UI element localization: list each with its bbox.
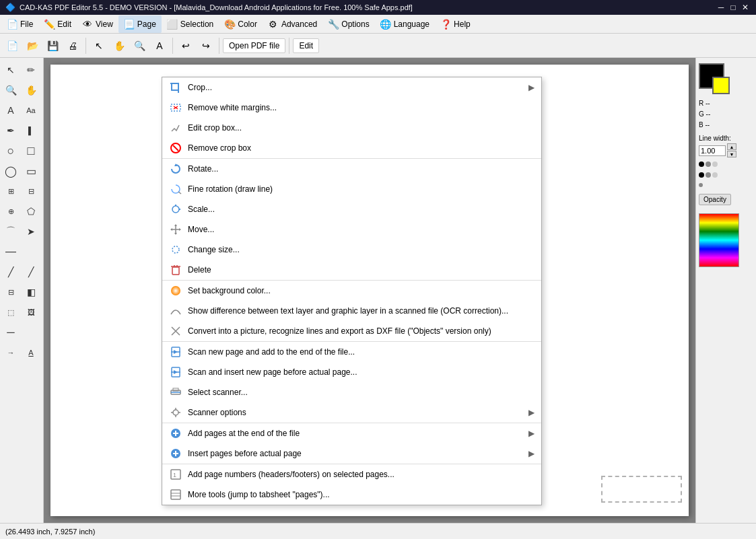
eraser-tool[interactable]: ⊟ <box>1 283 20 301</box>
arrow2-tool[interactable]: → <box>1 343 20 362</box>
maximize-button[interactable]: □ <box>728 2 738 13</box>
underline-tool[interactable]: A <box>22 343 40 362</box>
ellipse2-tool[interactable]: ◯ <box>1 161 20 180</box>
menu-view[interactable]: 👁 View <box>77 15 118 33</box>
text2-tool[interactable]: Aa <box>22 101 40 120</box>
line-dot-5[interactable] <box>706 172 711 178</box>
menu-edit[interactable]: ✏️ Edit <box>38 15 77 33</box>
menu-item-more-tools[interactable]: More tools (jump to tabsheet "pages")... <box>162 484 541 505</box>
pen-tool[interactable]: ✒ <box>1 121 20 140</box>
menu-item-set-bg-color[interactable]: Set background color... <box>162 281 541 301</box>
text-button[interactable]: A <box>150 36 169 55</box>
main-area: ↖ ✏ 🔍 ✋ A Aa ✒ ▌ ○ □ ◯ ▭ ⊞ ⊟ ⊕ ⬠ <box>0 58 756 523</box>
background-color[interactable] <box>712 77 730 94</box>
svg-marker-26 <box>174 370 178 374</box>
menu-item-add-numbers[interactable]: 1 Add page numbers (headers/footers) on … <box>162 464 541 484</box>
line-dot-4[interactable] <box>699 172 704 178</box>
menu-language[interactable]: 🌐 Language <box>375 15 435 33</box>
minus2-tool[interactable]: ─ <box>1 323 20 342</box>
redo-button[interactable]: ↪ <box>197 36 215 55</box>
new-button[interactable]: 📄 <box>3 36 22 55</box>
text-tool[interactable]: A <box>1 101 20 120</box>
menu-item-add-pages-end[interactable]: Add pages at the end of the file ▶ <box>162 423 541 443</box>
line-tool[interactable]: ╱ <box>1 262 20 281</box>
pointer-button[interactable]: ↖ <box>90 36 108 55</box>
line-dot-6[interactable] <box>712 172 718 178</box>
open-button[interactable]: 📂 <box>23 36 42 55</box>
zoom-button[interactable]: 🔍 <box>130 36 149 55</box>
edit-pdf-button[interactable]: Edit <box>293 38 319 53</box>
menu-item-rotate[interactable]: Rotate... <box>162 159 541 179</box>
menu-item-crop[interactable]: Crop... ▶ <box>162 77 541 98</box>
menu-page[interactable]: 📃 Page <box>118 15 162 33</box>
menu-item-scan-insert[interactable]: Scan and insert new page before actual p… <box>162 362 541 382</box>
crop-arrow: ▶ <box>528 83 535 92</box>
menu-selection[interactable]: ⬜ Selection <box>162 15 219 33</box>
add-pages-icon <box>169 427 182 440</box>
menu-item-fine-rotation[interactable]: Fine rotation (draw line) <box>162 179 541 199</box>
menu-advanced[interactable]: ⚙ Advanced <box>263 15 322 33</box>
highlight-tool[interactable]: ▌ <box>22 121 40 140</box>
save-button[interactable]: 💾 <box>43 36 62 55</box>
curve-tool[interactable]: ⌒ <box>1 222 20 241</box>
rect3-tool[interactable]: ⬚ <box>1 303 20 322</box>
menu-item-scale[interactable]: Scale... <box>162 199 541 219</box>
tool-row-6: ◯ ▭ <box>1 161 42 180</box>
menu-item-move[interactable]: Move... <box>162 219 541 240</box>
menu-item-remove-white[interactable]: Remove white margins... <box>162 98 541 118</box>
line-dot-3[interactable] <box>712 161 718 167</box>
tool-row-10: — <box>1 242 42 261</box>
minus-tool[interactable]: — <box>1 242 20 261</box>
line-width-up[interactable]: ▲ <box>727 143 736 150</box>
undo-button[interactable]: ↩ <box>176 36 195 55</box>
menu-item-edit-crop[interactable]: Edit crop box... <box>162 118 541 138</box>
menu-item-change-size[interactable]: Change size... <box>162 240 541 260</box>
line-dot-2[interactable] <box>706 161 711 167</box>
edit-tool[interactable]: ✏ <box>22 61 40 79</box>
menu-item-delete[interactable]: Delete <box>162 260 541 281</box>
opacity-section: Opacity <box>699 194 753 205</box>
close-button[interactable]: ✕ <box>740 2 751 13</box>
window-controls: ─ □ ✕ <box>716 2 751 13</box>
minimize-button[interactable]: ─ <box>716 2 726 13</box>
rect2-tool[interactable]: ▭ <box>22 161 40 180</box>
table-tool[interactable]: ⊟ <box>22 182 40 201</box>
rect-tool[interactable]: □ <box>22 141 40 160</box>
menu-item-select-scanner[interactable]: Select scanner... <box>162 382 541 402</box>
line-width-down[interactable]: ▼ <box>727 151 736 157</box>
insert-pages-arrow: ▶ <box>528 449 535 458</box>
tool-row-8: ⊕ ⬠ <box>1 202 42 221</box>
menu-item-show-diff[interactable]: Show difference between text layer and g… <box>162 301 541 321</box>
selection-icon: ⬜ <box>167 19 178 30</box>
hand-button[interactable]: ✋ <box>110 36 129 55</box>
line-dot-1[interactable] <box>699 161 704 167</box>
color-gradient[interactable] <box>699 213 739 267</box>
fill-tool[interactable]: ◧ <box>22 283 40 301</box>
image-tool[interactable]: 🖼 <box>22 303 40 322</box>
menu-options[interactable]: 🔧 Options <box>322 15 374 33</box>
hand-tool[interactable]: ✋ <box>22 81 40 100</box>
menu-item-scan-add[interactable]: Scan new page and add to the end of the … <box>162 342 541 362</box>
grid-tool[interactable]: ⊞ <box>1 182 20 201</box>
polygon-tool[interactable]: ⬠ <box>22 202 40 221</box>
print-button[interactable]: 🖨 <box>63 36 82 55</box>
color-display <box>699 63 730 94</box>
menu-item-convert-dxf[interactable]: Convert into a picture, recognize lines … <box>162 321 541 342</box>
select-tool[interactable]: ↖ <box>1 61 20 79</box>
stamp-tool[interactable]: ⊕ <box>1 202 20 221</box>
menu-item-scanner-options[interactable]: Scanner options ▶ <box>162 402 541 423</box>
ellipse-tool[interactable]: ○ <box>1 141 20 160</box>
open-pdf-button[interactable]: Open PDF file <box>223 38 285 53</box>
edit-crop-icon <box>169 121 182 135</box>
line-width-input[interactable] <box>699 145 726 156</box>
menu-item-insert-pages[interactable]: Insert pages before actual page ▶ <box>162 443 541 464</box>
arrow-tool[interactable]: ➤ <box>22 222 40 241</box>
menu-item-remove-crop[interactable]: Remove crop box <box>162 138 541 159</box>
menu-color[interactable]: 🎨 Color <box>219 15 263 33</box>
opacity-button[interactable]: Opacity <box>699 194 731 205</box>
zoom-in-tool[interactable]: 🔍 <box>1 81 20 100</box>
menu-help[interactable]: ❓ Help <box>435 15 476 33</box>
menu-file[interactable]: 📄 File <box>1 15 38 33</box>
dash-tool[interactable]: ╱ <box>22 262 40 281</box>
numbers-icon: 1 <box>169 468 182 481</box>
